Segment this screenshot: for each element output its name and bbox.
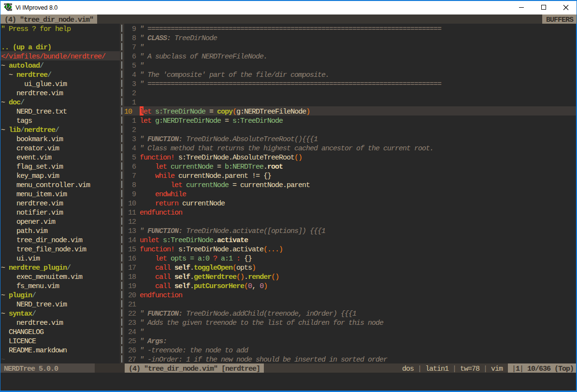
svg-text:im: im	[8, 7, 12, 11]
